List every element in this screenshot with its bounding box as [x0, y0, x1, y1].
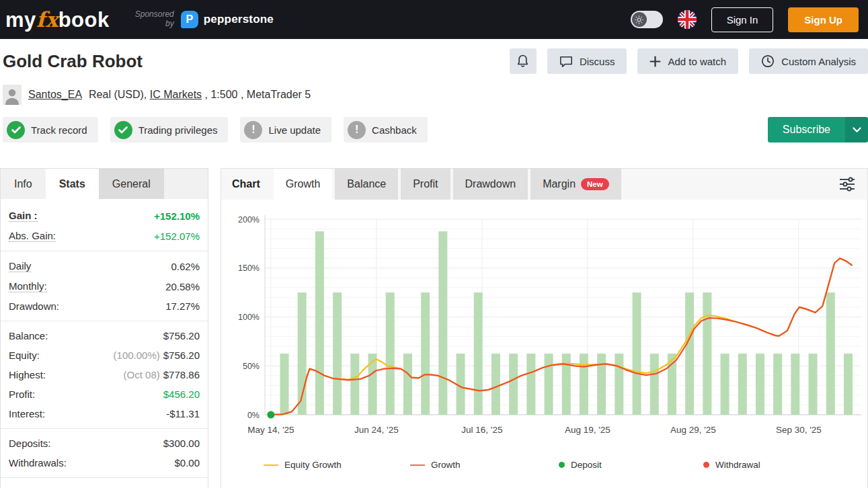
chart-bar [403, 354, 412, 415]
tab-profit[interactable]: Profit [401, 169, 450, 200]
stat-value-group: 17.27% [165, 300, 200, 312]
sun-icon [635, 15, 643, 24]
stat-value: $778.86 [163, 369, 200, 380]
chart-bar [826, 292, 835, 415]
tab-stats[interactable]: Stats [46, 169, 99, 199]
legend-item-deposit: Deposit [559, 460, 602, 470]
custom-analysis-button[interactable]: Custom Analysis [749, 48, 868, 74]
discuss-button[interactable]: Discuss [547, 48, 627, 74]
tab-growth[interactable]: Growth [274, 169, 333, 200]
tab-label: Profit [413, 178, 438, 190]
x-tick-label: May 14, '25 [247, 425, 294, 435]
growth-chart[interactable]: 0%50%100%150%200%May 14, '25Jun 24, '25J… [221, 200, 867, 445]
y-tick-label: 50% [243, 362, 260, 371]
discuss-icon [559, 55, 573, 68]
stat-value-group: $0.00 [174, 457, 200, 469]
y-tick-label: 100% [238, 313, 260, 322]
logo-text-fx: fx [36, 7, 58, 32]
notifications-button[interactable] [510, 48, 537, 74]
stat-value: $456.20 [163, 389, 200, 400]
trader-avatar[interactable] [3, 85, 22, 105]
broker-link[interactable]: IC Markets [150, 89, 202, 100]
trader-name-link[interactable]: Santos_EA [28, 89, 82, 101]
sponsored-by-block: Sponsoredby P pepperstone [135, 10, 274, 29]
chart-bar [756, 354, 764, 415]
stat-label: Balance: [9, 330, 48, 341]
tab-drawdown[interactable]: Drawdown [453, 169, 528, 200]
legend-marker-withdrawal [703, 462, 709, 468]
chart-bar [791, 354, 799, 415]
tab-balance[interactable]: Balance [335, 169, 398, 200]
badge-track-record: Track record [3, 117, 98, 143]
sign-up-button[interactable]: Sign Up [788, 7, 859, 32]
stat-label: Equity: [9, 350, 40, 361]
chart-bar [703, 292, 711, 415]
deposit-marker [267, 411, 274, 419]
stat-value: $0.00 [174, 457, 200, 469]
y-tick-label: 150% [238, 263, 260, 273]
badge-label: Trading privileges [139, 124, 218, 136]
stat-value: +152.10% [154, 210, 200, 222]
add-to-watch-button[interactable]: Add to watch [637, 48, 738, 74]
uk-flag-icon[interactable] [678, 10, 697, 29]
chart-bar [368, 354, 377, 415]
chart-bar [491, 354, 500, 415]
divider [1, 251, 208, 251]
legend-label: Deposit [571, 460, 602, 470]
badge-label: Live update [268, 124, 321, 136]
stat-value-group: -$11.31 [166, 408, 200, 419]
chart-bar [421, 292, 430, 415]
account-type: Real (USD), [89, 89, 150, 100]
stat-label: Profit: [9, 389, 35, 400]
account-details: Real (USD), IC Markets , 1:500 , MetaTra… [89, 89, 311, 101]
chart-bar [438, 231, 447, 415]
stat-value-group: 0.62% [171, 261, 200, 272]
x-tick-label: Jul 16, '25 [461, 425, 502, 435]
theme-toggle-knob [632, 12, 647, 27]
custom-analysis-label: Custom Analysis [781, 56, 856, 67]
stat-label: Withdrawals: [9, 457, 67, 469]
chart-bar [580, 354, 588, 415]
tab-info[interactable]: Info [1, 169, 46, 199]
chart-bar [721, 354, 729, 415]
divider [1, 321, 208, 321]
chart-bar [350, 354, 359, 415]
badge-label: Cashback [372, 124, 417, 136]
stat-label: Gain : [9, 210, 38, 222]
tab-margin[interactable]: MarginNew [530, 169, 621, 200]
chart-bar [685, 292, 694, 415]
stat-row-highest: Highest:(Oct 08)$778.86 [9, 365, 200, 384]
subscribe-label: Subscribe [768, 117, 845, 143]
stat-value: $300.00 [163, 438, 200, 449]
plus-icon [649, 56, 661, 67]
chart-bar [844, 354, 853, 415]
divider [1, 428, 208, 429]
stat-value-group: (Oct 08)$778.86 [124, 369, 200, 380]
subscribe-chevron-down-icon[interactable] [845, 117, 868, 143]
tab-general[interactable]: General [99, 169, 164, 199]
badge-label: Track record [31, 124, 87, 136]
divider [1, 477, 208, 478]
stats-panel: InfoStatsGeneral Gain :+152.10%Abs. Gain… [0, 168, 208, 488]
stat-value-group: $456.20 [163, 389, 200, 400]
tab-chart[interactable]: Chart [221, 169, 271, 200]
x-tick-label: Aug 29, '25 [670, 425, 716, 435]
stat-label: Interest: [9, 408, 45, 419]
stat-value-group: +152.07% [154, 231, 200, 242]
pepperstone-logo[interactable]: P pepperstone [181, 11, 274, 28]
theme-toggle[interactable] [631, 11, 663, 28]
sign-in-button[interactable]: Sign In [711, 7, 774, 32]
stat-prefix: (Oct 08) [124, 369, 160, 380]
stat-value: +152.07% [154, 231, 200, 242]
account-details-rest: , 1:500 , MetaTrader 5 [202, 89, 311, 100]
chart-settings-button[interactable] [827, 169, 867, 200]
legend-marker-equity-growth [264, 464, 278, 466]
stat-row-monthly: Monthly:20.58% [9, 276, 200, 296]
chart-bar [615, 354, 623, 415]
stat-value: 17.27% [165, 300, 200, 312]
subscribe-button[interactable]: Subscribe [768, 117, 868, 143]
chart-bar [315, 231, 324, 415]
top-header: myfxbook Sponsoredby P pepperstone [0, 0, 868, 39]
chart-bar [809, 354, 818, 415]
myfxbook-logo[interactable]: myfxbook [5, 7, 110, 32]
